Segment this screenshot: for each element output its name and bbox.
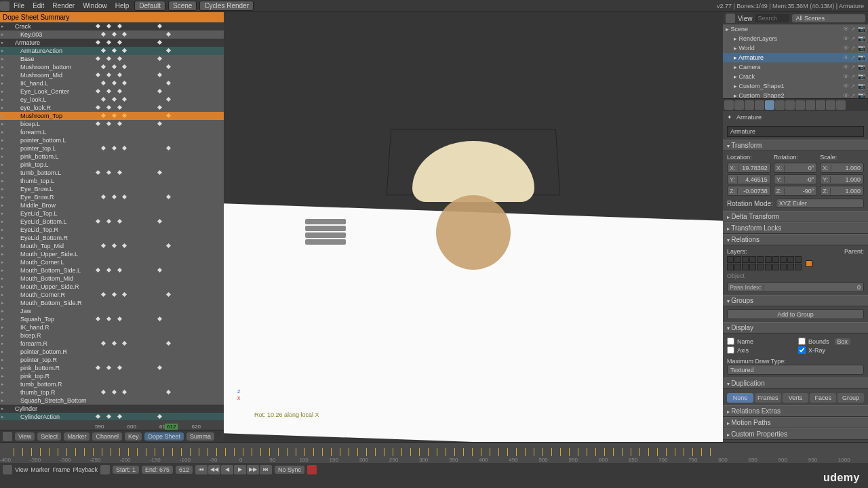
ds-menu-key[interactable]: Key [125, 432, 142, 441]
tab-bone[interactable] [806, 100, 815, 110]
add-to-group-button[interactable]: Add to Group [727, 309, 864, 319]
outliner-item[interactable]: ▸ Crack👁 ↗ 📷 [723, 72, 868, 81]
channel-row[interactable]: Eye_Brow.R [0, 193, 224, 201]
tab-render-layers[interactable] [734, 100, 744, 110]
dup-none[interactable]: None [727, 393, 753, 403]
location-z[interactable]: Z:-0.00738 [727, 186, 771, 196]
channel-row[interactable]: pointer_bottom.R [0, 348, 224, 356]
tab-scene[interactable] [745, 100, 754, 110]
play-button[interactable]: ▶ [234, 465, 246, 474]
dup-verts[interactable]: Verts [783, 393, 809, 403]
channel-row[interactable]: EyeLid_Top.R [0, 226, 224, 234]
outliner-item[interactable]: ▸ Custom_Shape1👁 ↗ 📷 [723, 81, 868, 91]
keyframe-prev-button[interactable]: ◀◀ [208, 465, 220, 474]
panel-relations-extras[interactable]: Relations Extras [723, 405, 868, 417]
channel-row[interactable]: Mouth_Bottom_Mid [0, 274, 224, 283]
channel-row[interactable]: Mouth_Corner.R [0, 291, 224, 299]
channel-row[interactable]: Squash_Top [0, 315, 224, 323]
outliner-item[interactable]: ▸ Camera👁 ↗ 📷 [723, 62, 868, 72]
tl-menu-view[interactable]: View [15, 466, 28, 473]
tab-modifiers[interactable] [785, 100, 795, 110]
current-frame-indicator[interactable]: 612 [165, 424, 178, 430]
channel-row[interactable]: IK_hand.L [0, 79, 224, 87]
ds-menu-marker[interactable]: Marker [64, 432, 90, 441]
menu-render[interactable]: Render [48, 2, 79, 9]
object-name-field[interactable] [727, 126, 864, 137]
panel-groups[interactable]: Groups [723, 295, 868, 306]
rotation-mode-dropdown[interactable]: XYZ Euler [776, 199, 864, 208]
channel-row[interactable]: Crack [0, 22, 224, 30]
channel-row[interactable]: pointer_bottom.L [0, 136, 224, 144]
jump-end-button[interactable]: ⏭ [260, 465, 272, 474]
scene-selector[interactable]: Scene [168, 1, 197, 11]
channel-row[interactable]: Mouth_Upper_Side.L [0, 250, 224, 258]
channel-row[interactable]: Mouth_Bottom_Side.R [0, 299, 224, 307]
channel-row[interactable]: forearm.R [0, 340, 224, 348]
channel-row[interactable]: bicep.L [0, 120, 224, 128]
auto-keying-toggle[interactable] [307, 465, 317, 474]
outliner-view-menu[interactable]: View [738, 15, 753, 22]
ds-summary-toggle[interactable]: Summa [186, 432, 214, 441]
menu-window[interactable]: Window [79, 2, 111, 9]
channel-row[interactable]: pink_bottom.L [0, 152, 224, 161]
channel-row[interactable]: Armature [0, 39, 224, 47]
outliner-item[interactable]: ▸ Armature👁 ↗ 📷 [723, 53, 868, 62]
outliner-filter-dropdown[interactable]: All Scenes [792, 14, 866, 22]
channel-row[interactable]: thumb_top.R [0, 388, 224, 396]
outliner-item[interactable]: ▸ Custom_Shape2👁 ↗ 📷 [723, 91, 868, 99]
channel-row[interactable]: Mushroom_Mid [0, 71, 224, 79]
channel-row[interactable]: tumb_bottom.L [0, 169, 224, 177]
rotation-y[interactable]: Y:-0° [774, 174, 818, 184]
scale-z[interactable]: Z:1.000 [820, 186, 864, 196]
display-bounds-checkbox[interactable] [798, 338, 806, 345]
dup-faces[interactable]: Faces [810, 393, 836, 403]
viewport-canvas[interactable] [224, 12, 723, 442]
dup-frames[interactable]: Frames [755, 393, 781, 403]
channel-row[interactable]: Mushroom_Top [0, 112, 224, 120]
dope-sheet-channel-list[interactable]: CrackKey.003ArmatureArmatureActionBaseMu… [0, 22, 224, 420]
channel-row[interactable]: Mouth_Upper_Side.R [0, 283, 224, 291]
panel-transform-locks[interactable]: Transform Locks [723, 222, 868, 234]
channel-row[interactable]: forearm.L [0, 128, 224, 136]
tab-object[interactable] [765, 100, 774, 110]
channel-row[interactable]: pink_top.R [0, 372, 224, 380]
channel-row[interactable]: Cylinder [0, 405, 224, 413]
channel-row[interactable]: Mouth_Top_Mid [0, 242, 224, 250]
sync-mode-dropdown[interactable]: No Sync [275, 466, 304, 474]
panel-transform[interactable]: Transform [723, 140, 868, 151]
3d-viewport[interactable]: www.rr-sc.com User Persp Auto Keying On … [224, 12, 723, 442]
channel-row[interactable]: pink_bottom.R [0, 364, 224, 372]
channel-row[interactable]: EyeLid_Bottom.L [0, 218, 224, 226]
channel-row[interactable]: EyeLid_Top.L [0, 209, 224, 218]
panel-duplication[interactable]: Duplication [723, 378, 868, 389]
channel-row[interactable]: thumb_top.L [0, 177, 224, 185]
channel-row[interactable]: Middle_Brow [0, 201, 224, 209]
panel-motion-paths[interactable]: Motion Paths [723, 417, 868, 428]
display-axis-checkbox[interactable] [727, 346, 734, 354]
channel-row[interactable]: ArmatureAction [0, 47, 224, 55]
max-draw-type-dropdown[interactable]: Textured [727, 365, 864, 375]
keyframe-next-button[interactable]: ▶▶ [247, 465, 259, 474]
ds-mode-selector[interactable]: Dope Sheet [144, 432, 184, 441]
crumb-scene-icon[interactable]: ✦ [727, 114, 732, 121]
menu-edit[interactable]: Edit [28, 2, 48, 9]
panel-custom-properties[interactable]: Custom Properties [723, 428, 868, 440]
channel-row[interactable]: Key.003 [0, 30, 224, 39]
channel-row[interactable]: bicep.R [0, 331, 224, 340]
current-frame-field[interactable]: 612 [176, 466, 193, 474]
channel-row[interactable]: Mushroom_bottom [0, 63, 224, 71]
channel-row[interactable]: Eye_Brow.L [0, 185, 224, 193]
channel-row[interactable]: Mouth_Corner.L [0, 258, 224, 266]
tl-menu-playback[interactable]: Playback [73, 466, 98, 473]
end-frame-field[interactable]: End: 675 [142, 466, 173, 474]
tab-physics[interactable] [836, 100, 846, 110]
tab-constraints[interactable] [775, 100, 785, 110]
timeline-track[interactable]: -400-350-300-250-200-150-100-50050100150… [0, 443, 868, 463]
location-y[interactable]: Y:4.46515 [727, 174, 771, 184]
panel-display[interactable]: Display [723, 322, 868, 333]
tab-render[interactable] [724, 100, 734, 110]
display-xray-checkbox[interactable] [798, 346, 806, 354]
channel-row[interactable]: EyeLid_Bottom.R [0, 234, 224, 242]
channel-row[interactable]: Jaw [0, 307, 224, 315]
start-frame-field[interactable]: Start: 1 [113, 466, 139, 474]
